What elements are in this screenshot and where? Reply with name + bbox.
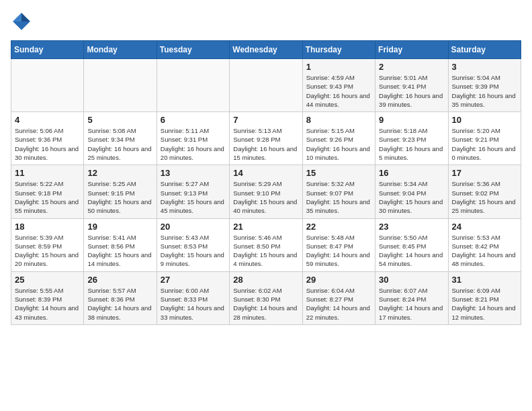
day-number: 23 <box>379 222 444 232</box>
day-info: Sunrise: 6:07 AM Sunset: 8:24 PM Dayligh… <box>379 286 444 322</box>
day-number: 11 <box>15 168 80 178</box>
day-cell: 6Sunrise: 5:11 AM Sunset: 9:31 PM Daylig… <box>157 112 229 165</box>
day-cell <box>157 59 229 112</box>
day-cell: 1Sunrise: 4:59 AM Sunset: 9:43 PM Daylig… <box>302 59 375 112</box>
day-number: 20 <box>161 222 226 232</box>
day-cell: 14Sunrise: 5:29 AM Sunset: 9:10 PM Dayli… <box>230 165 302 218</box>
day-number: 9 <box>379 115 444 125</box>
day-number: 17 <box>452 168 517 178</box>
day-info: Sunrise: 5:36 AM Sunset: 9:02 PM Dayligh… <box>452 179 517 215</box>
day-number: 19 <box>87 222 152 232</box>
day-cell: 7Sunrise: 5:13 AM Sunset: 9:28 PM Daylig… <box>230 112 302 165</box>
day-cell: 26Sunrise: 5:57 AM Sunset: 8:36 PM Dayli… <box>84 271 157 324</box>
day-info: Sunrise: 5:39 AM Sunset: 8:59 PM Dayligh… <box>15 233 80 269</box>
day-number: 28 <box>233 275 298 285</box>
day-info: Sunrise: 5:29 AM Sunset: 9:10 PM Dayligh… <box>233 179 298 215</box>
svg-marker-2 <box>13 13 21 21</box>
day-number: 24 <box>452 222 517 232</box>
day-info: Sunrise: 5:48 AM Sunset: 8:47 PM Dayligh… <box>306 233 371 269</box>
day-info: Sunrise: 5:06 AM Sunset: 9:36 PM Dayligh… <box>15 126 80 162</box>
week-row-4: 18Sunrise: 5:39 AM Sunset: 8:59 PM Dayli… <box>11 218 521 271</box>
day-cell: 31Sunrise: 6:09 AM Sunset: 8:21 PM Dayli… <box>448 271 521 324</box>
day-cell: 21Sunrise: 5:46 AM Sunset: 8:50 PM Dayli… <box>230 218 302 271</box>
day-number: 29 <box>306 275 371 285</box>
day-number: 7 <box>233 115 298 125</box>
day-info: Sunrise: 5:22 AM Sunset: 9:18 PM Dayligh… <box>15 179 80 215</box>
day-info: Sunrise: 5:18 AM Sunset: 9:23 PM Dayligh… <box>379 126 444 162</box>
day-info: Sunrise: 5:04 AM Sunset: 9:39 PM Dayligh… <box>452 73 517 109</box>
logo-icon <box>11 11 32 32</box>
day-number: 12 <box>87 168 152 178</box>
day-number: 4 <box>15 115 80 125</box>
day-info: Sunrise: 5:34 AM Sunset: 9:04 PM Dayligh… <box>379 179 444 215</box>
day-info: Sunrise: 5:55 AM Sunset: 8:39 PM Dayligh… <box>15 286 80 322</box>
day-info: Sunrise: 5:08 AM Sunset: 9:34 PM Dayligh… <box>87 126 152 162</box>
day-number: 26 <box>87 275 152 285</box>
day-number: 30 <box>379 275 444 285</box>
week-row-3: 11Sunrise: 5:22 AM Sunset: 9:18 PM Dayli… <box>11 165 521 218</box>
day-cell: 9Sunrise: 5:18 AM Sunset: 9:23 PM Daylig… <box>375 112 448 165</box>
day-number: 15 <box>306 168 371 178</box>
day-info: Sunrise: 5:53 AM Sunset: 8:42 PM Dayligh… <box>452 233 517 269</box>
logo <box>11 11 35 32</box>
day-cell: 30Sunrise: 6:07 AM Sunset: 8:24 PM Dayli… <box>375 271 448 324</box>
day-info: Sunrise: 5:32 AM Sunset: 9:07 PM Dayligh… <box>306 179 371 215</box>
day-cell: 19Sunrise: 5:41 AM Sunset: 8:56 PM Dayli… <box>84 218 157 271</box>
day-info: Sunrise: 6:00 AM Sunset: 8:33 PM Dayligh… <box>161 286 226 322</box>
day-cell <box>230 59 302 112</box>
header-cell-monday: Monday <box>84 41 157 59</box>
day-info: Sunrise: 5:27 AM Sunset: 9:13 PM Dayligh… <box>161 179 226 215</box>
day-cell: 27Sunrise: 6:00 AM Sunset: 8:33 PM Dayli… <box>157 271 229 324</box>
day-number: 3 <box>452 62 517 72</box>
day-info: Sunrise: 5:41 AM Sunset: 8:56 PM Dayligh… <box>87 233 152 269</box>
day-info: Sunrise: 6:02 AM Sunset: 8:30 PM Dayligh… <box>233 286 298 322</box>
day-cell: 11Sunrise: 5:22 AM Sunset: 9:18 PM Dayli… <box>11 165 84 218</box>
day-cell: 23Sunrise: 5:50 AM Sunset: 8:45 PM Dayli… <box>375 218 448 271</box>
header-row: SundayMondayTuesdayWednesdayThursdayFrid… <box>11 41 521 59</box>
day-number: 14 <box>233 168 298 178</box>
day-cell: 29Sunrise: 6:04 AM Sunset: 8:27 PM Dayli… <box>302 271 375 324</box>
day-cell: 12Sunrise: 5:25 AM Sunset: 9:15 PM Dayli… <box>84 165 157 218</box>
day-cell: 22Sunrise: 5:48 AM Sunset: 8:47 PM Dayli… <box>302 218 375 271</box>
day-cell <box>84 59 157 112</box>
day-number: 8 <box>306 115 371 125</box>
day-cell: 2Sunrise: 5:01 AM Sunset: 9:41 PM Daylig… <box>375 59 448 112</box>
day-number: 31 <box>452 275 517 285</box>
header-cell-friday: Friday <box>375 41 448 59</box>
day-number: 21 <box>233 222 298 232</box>
day-info: Sunrise: 6:04 AM Sunset: 8:27 PM Dayligh… <box>306 286 371 322</box>
day-cell: 25Sunrise: 5:55 AM Sunset: 8:39 PM Dayli… <box>11 271 84 324</box>
day-number: 6 <box>161 115 226 125</box>
calendar-table: SundayMondayTuesdayWednesdayThursdayFrid… <box>11 40 521 325</box>
day-cell: 20Sunrise: 5:43 AM Sunset: 8:53 PM Dayli… <box>157 218 229 271</box>
day-cell: 13Sunrise: 5:27 AM Sunset: 9:13 PM Dayli… <box>157 165 229 218</box>
header-cell-wednesday: Wednesday <box>230 41 302 59</box>
day-cell: 16Sunrise: 5:34 AM Sunset: 9:04 PM Dayli… <box>375 165 448 218</box>
day-cell: 24Sunrise: 5:53 AM Sunset: 8:42 PM Dayli… <box>448 218 521 271</box>
day-info: Sunrise: 5:20 AM Sunset: 9:21 PM Dayligh… <box>452 126 517 162</box>
day-number: 2 <box>379 62 444 72</box>
day-info: Sunrise: 5:13 AM Sunset: 9:28 PM Dayligh… <box>233 126 298 162</box>
day-cell: 5Sunrise: 5:08 AM Sunset: 9:34 PM Daylig… <box>84 112 157 165</box>
header-cell-saturday: Saturday <box>448 41 521 59</box>
day-info: Sunrise: 5:11 AM Sunset: 9:31 PM Dayligh… <box>161 126 226 162</box>
day-info: Sunrise: 5:43 AM Sunset: 8:53 PM Dayligh… <box>161 233 226 269</box>
day-cell: 28Sunrise: 6:02 AM Sunset: 8:30 PM Dayli… <box>230 271 302 324</box>
header-cell-sunday: Sunday <box>11 41 84 59</box>
page-header <box>11 11 521 32</box>
day-info: Sunrise: 5:50 AM Sunset: 8:45 PM Dayligh… <box>379 233 444 269</box>
day-cell: 17Sunrise: 5:36 AM Sunset: 9:02 PM Dayli… <box>448 165 521 218</box>
day-info: Sunrise: 5:57 AM Sunset: 8:36 PM Dayligh… <box>87 286 152 322</box>
day-number: 1 <box>306 62 371 72</box>
day-cell: 15Sunrise: 5:32 AM Sunset: 9:07 PM Dayli… <box>302 165 375 218</box>
week-row-5: 25Sunrise: 5:55 AM Sunset: 8:39 PM Dayli… <box>11 271 521 324</box>
day-info: Sunrise: 6:09 AM Sunset: 8:21 PM Dayligh… <box>452 286 517 322</box>
day-info: Sunrise: 5:15 AM Sunset: 9:26 PM Dayligh… <box>306 126 371 162</box>
day-number: 13 <box>161 168 226 178</box>
day-cell: 8Sunrise: 5:15 AM Sunset: 9:26 PM Daylig… <box>302 112 375 165</box>
week-row-1: 1Sunrise: 4:59 AM Sunset: 9:43 PM Daylig… <box>11 59 521 112</box>
day-number: 5 <box>87 115 152 125</box>
header-cell-thursday: Thursday <box>302 41 375 59</box>
day-number: 10 <box>452 115 517 125</box>
day-number: 16 <box>379 168 444 178</box>
